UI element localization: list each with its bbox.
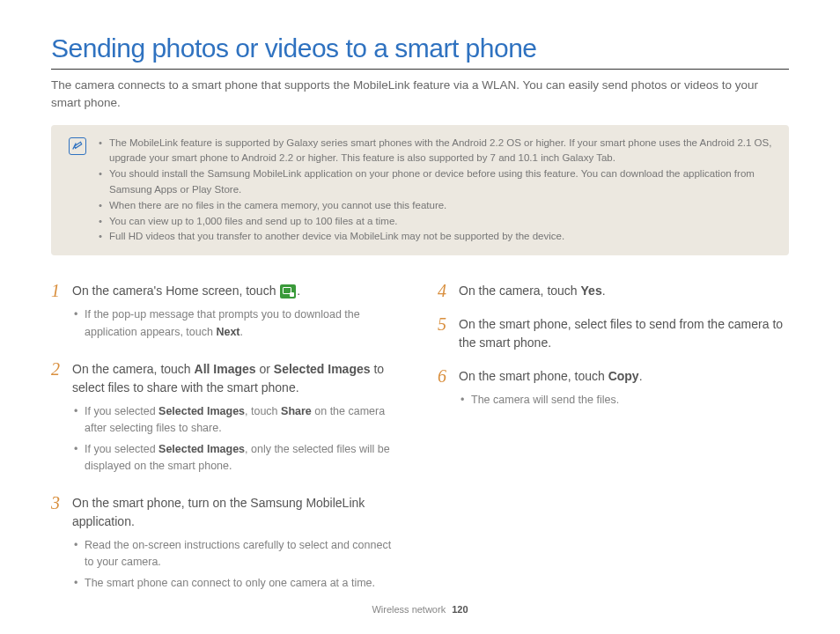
step-sub-item: The camera will send the files. [459, 392, 789, 409]
step-number: 4 [438, 282, 450, 299]
step-number: 6 [438, 367, 450, 413]
footer-section: Wireless network [372, 604, 446, 615]
step-text: On the smart phone, touch Copy. [459, 367, 789, 385]
step-text: On the camera, touch All Images or Selec… [72, 360, 402, 396]
page-footer: Wireless network 120 [0, 604, 840, 615]
step-number: 1 [51, 282, 63, 344]
left-column: 1 On the camera's Home screen, touch . I… [51, 282, 402, 611]
step-text: On the camera's Home screen, touch . [72, 282, 402, 299]
step-5: 5 On the smart phone, select files to se… [438, 315, 789, 351]
step-sub-item: Read the on-screen instructions carefull… [72, 537, 402, 571]
note-item: You can view up to 1,000 files and send … [99, 214, 775, 230]
note-list: The MobileLink feature is supported by G… [99, 136, 775, 246]
note-item: The MobileLink feature is supported by G… [99, 136, 775, 167]
step-4: 4 On the camera, touch Yes. [438, 282, 789, 299]
step-text: On the smart phone, select files to send… [459, 315, 789, 351]
step-1: 1 On the camera's Home screen, touch . I… [51, 282, 402, 344]
right-column: 4 On the camera, touch Yes. 5 On the sma… [438, 282, 789, 611]
step-sub-item: The smart phone can connect to only one … [72, 575, 402, 592]
step-2: 2 On the camera, touch All Images or Sel… [51, 360, 402, 478]
note-item: You should install the Samsung MobileLin… [99, 166, 775, 198]
intro-text: The camera connects to a smart phone tha… [51, 77, 789, 113]
note-item: Full HD videos that you transfer to anot… [99, 229, 775, 245]
steps-columns: 1 On the camera's Home screen, touch . I… [51, 282, 789, 611]
mobilelink-icon [280, 284, 296, 299]
step-sub-item: If you selected Selected Images, only th… [72, 441, 402, 476]
step-text: On the smart phone, turn on the Samsung … [72, 494, 402, 530]
page-number: 120 [452, 604, 468, 615]
step-sub-item: If the pop-up message that prompts you t… [72, 306, 402, 341]
step-number: 3 [51, 494, 63, 595]
step-text: On the camera, touch Yes. [459, 282, 789, 299]
step-number: 5 [438, 315, 450, 351]
note-item: When there are no files in the camera me… [99, 198, 775, 214]
step-3: 3 On the smart phone, turn on the Samsun… [51, 494, 402, 595]
note-icon [69, 137, 86, 155]
step-6: 6 On the smart phone, touch Copy. The ca… [438, 367, 789, 413]
step-sub-item: If you selected Selected Images, touch S… [72, 403, 402, 438]
page-title: Sending photos or videos to a smart phon… [51, 33, 789, 70]
note-box: The MobileLink feature is supported by G… [51, 125, 789, 256]
step-number: 2 [51, 360, 63, 478]
